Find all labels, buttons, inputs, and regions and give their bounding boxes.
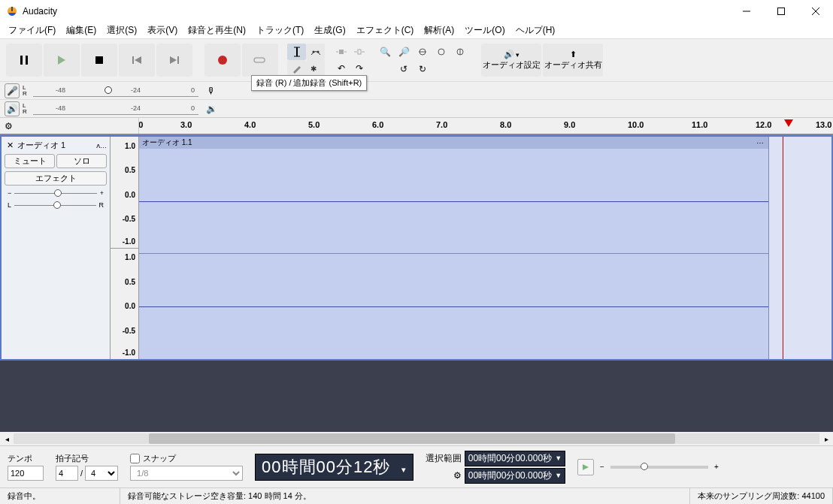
selection-label: 選択範囲 <box>426 452 462 465</box>
scroll-thumb[interactable] <box>149 433 675 444</box>
svg-point-18 <box>312 51 314 53</box>
multi-tool[interactable]: ✱ <box>306 60 325 77</box>
snap-select[interactable]: 1/8 <box>130 466 243 481</box>
menu-effect[interactable]: エフェクト(C) <box>351 23 420 38</box>
status-recording: 録音中。 <box>0 488 120 504</box>
waveform-area[interactable]: オーディオ 1.1⋯ <box>139 137 831 359</box>
menu-view[interactable]: 表示(V) <box>142 23 183 38</box>
svg-rect-13 <box>177 56 179 64</box>
loop-button[interactable] <box>242 44 278 77</box>
fit-selection-icon[interactable] <box>413 44 432 60</box>
record-button[interactable] <box>204 44 241 77</box>
fit-project-icon[interactable] <box>432 44 450 60</box>
svg-marker-8 <box>58 56 65 65</box>
audio-settings-button[interactable]: 🔊▾ オーディオ設定 <box>481 44 541 77</box>
app-logo-icon <box>6 5 18 17</box>
redo-zoom-icon[interactable]: ↻ <box>413 61 432 77</box>
track-menu-icon[interactable]: … <box>100 142 107 149</box>
audio-clip[interactable]: オーディオ 1.1⋯ <box>139 137 769 359</box>
selection-gear-icon[interactable]: ⚙ <box>426 470 462 481</box>
play-settings-icon[interactable]: 🔉 <box>204 102 218 116</box>
rec-meter-scale[interactable]: -48 -24 0 <box>33 85 198 97</box>
mute-button[interactable]: ミュート <box>5 154 55 168</box>
snap-checkbox[interactable] <box>130 454 140 463</box>
time-display[interactable]: 00時間00分12秒 ▾ <box>255 454 413 481</box>
horizontal-scrollbar[interactable]: ◂ ▸ <box>0 432 833 445</box>
svg-rect-26 <box>358 50 361 54</box>
playback-speed-slider[interactable] <box>610 466 708 469</box>
play-meter-scale[interactable]: -48 -24 0 <box>33 103 198 115</box>
svg-rect-6 <box>20 56 23 65</box>
speaker-icon: 🔊 <box>504 50 514 59</box>
bottom-toolbar: テンポ 拍子記号 / 4 スナップ 1/8 00時間00分12秒 ▾ 選択範囲 … <box>0 445 833 487</box>
menu-track[interactable]: トラック(T) <box>251 23 309 38</box>
selection-start[interactable]: 00時間00分00.000秒▼ <box>465 451 565 466</box>
selection-tool[interactable] <box>287 44 306 60</box>
tempo-input[interactable] <box>8 466 44 481</box>
titlebar: Audacity <box>0 0 833 23</box>
scroll-right-icon[interactable]: ▸ <box>819 435 833 443</box>
undo-zoom-icon[interactable]: ↺ <box>395 61 413 77</box>
clip-menu-icon[interactable]: ⋯ <box>756 139 764 147</box>
track-close-button[interactable]: ✕ <box>5 140 16 150</box>
gain-slider[interactable]: −+ <box>3 187 108 199</box>
track-name[interactable]: オーディオ 1 <box>16 140 96 151</box>
svg-rect-1 <box>11 7 13 11</box>
scroll-left-icon[interactable]: ◂ <box>0 435 14 443</box>
timeline-settings[interactable]: ⚙ <box>0 118 139 134</box>
menu-generate[interactable]: 生成(G) <box>309 23 350 38</box>
menu-select[interactable]: 選択(S) <box>101 23 142 38</box>
effect-button[interactable]: エフェクト <box>5 171 107 186</box>
status-storage: 録音可能なストレージ空き容量: 140 時間 14 分。 <box>120 488 690 504</box>
tempo-label: テンポ <box>8 453 44 464</box>
playhead-marker[interactable] <box>784 119 793 127</box>
stop-button[interactable] <box>81 44 117 77</box>
zoom-out-icon[interactable]: 🔎 <box>395 44 413 60</box>
maximize-button[interactable] <box>764 0 798 23</box>
audio-share-button[interactable]: ⬆ オーディオ共有 <box>543 44 603 77</box>
close-button[interactable] <box>798 0 833 23</box>
trim-outside-icon[interactable] <box>332 44 350 60</box>
menu-transport[interactable]: 録音と再生(N) <box>183 23 251 38</box>
mic-icon[interactable]: 🎤 <box>5 83 20 98</box>
lr-label: LR <box>23 85 30 97</box>
skip-start-button[interactable] <box>119 44 155 77</box>
pause-button[interactable] <box>6 44 42 77</box>
recording-meter: 🎤 LR -48 -24 0 🎙 <box>0 81 833 99</box>
envelope-tool[interactable] <box>306 44 325 60</box>
selection-end[interactable]: 00時間00分00.000秒▼ <box>465 468 565 484</box>
draw-tool[interactable] <box>287 60 306 77</box>
menu-edit[interactable]: 編集(E) <box>61 23 101 38</box>
timesig-numerator[interactable] <box>56 466 78 481</box>
transport-toolbar: ✱ ↶ ↷ 🔍 🔎 ↺ ↻ 🔊▾ オーディオ設定 ⬆ オーディオ共有 録音 (R… <box>0 39 833 81</box>
zoom-in-icon[interactable]: 🔍 <box>376 44 394 60</box>
tracks-area: ✕ オーディオ 1 ᴧ … ミュート ソロ エフェクト −+ LR 1.0 0.… <box>0 135 833 432</box>
status-sample-rate: 本来のサンプリング周波数: 44100 <box>690 488 833 504</box>
track-control-panel: ✕ オーディオ 1 ᴧ … ミュート ソロ エフェクト −+ LR <box>2 137 111 359</box>
menu-tools[interactable]: ツール(O) <box>459 23 510 38</box>
redo-icon[interactable]: ↷ <box>350 60 368 77</box>
skip-end-button[interactable] <box>156 44 192 77</box>
rec-meter-knob[interactable] <box>105 86 112 94</box>
minimize-button[interactable] <box>729 0 764 23</box>
play-at-speed-button[interactable] <box>577 459 594 475</box>
pan-slider[interactable]: LR <box>3 199 108 211</box>
timesig-denominator[interactable]: 4 <box>85 466 118 481</box>
upload-icon: ⬆ <box>570 50 577 59</box>
play-button[interactable] <box>44 44 80 77</box>
silence-selection-icon[interactable] <box>350 44 368 60</box>
menu-help[interactable]: ヘルプ(H) <box>510 23 561 38</box>
speaker-meter-icon[interactable]: 🔊 <box>5 101 20 116</box>
solo-button[interactable]: ソロ <box>56 154 107 168</box>
undo-icon[interactable]: ↶ <box>332 60 350 77</box>
audio-track: ✕ オーディオ 1 ᴧ … ミュート ソロ エフェクト −+ LR 1.0 0.… <box>0 135 833 361</box>
menu-analyze[interactable]: 解析(A) <box>419 23 459 38</box>
zoom-toggle-icon[interactable] <box>451 44 469 60</box>
timesig-label: 拍子記号 <box>56 453 118 464</box>
audio-share-label: オーディオ共有 <box>544 59 602 71</box>
menu-file[interactable]: ファイル(F) <box>3 23 61 38</box>
timeline-ruler[interactable]: 2.0 3.0 4.0 5.0 6.0 7.0 8.0 9.0 10.0 11.… <box>139 118 833 134</box>
svg-point-14 <box>218 56 227 65</box>
mic-settings-icon[interactable]: 🎙 <box>204 84 218 98</box>
snap-label: スナップ <box>143 453 176 464</box>
